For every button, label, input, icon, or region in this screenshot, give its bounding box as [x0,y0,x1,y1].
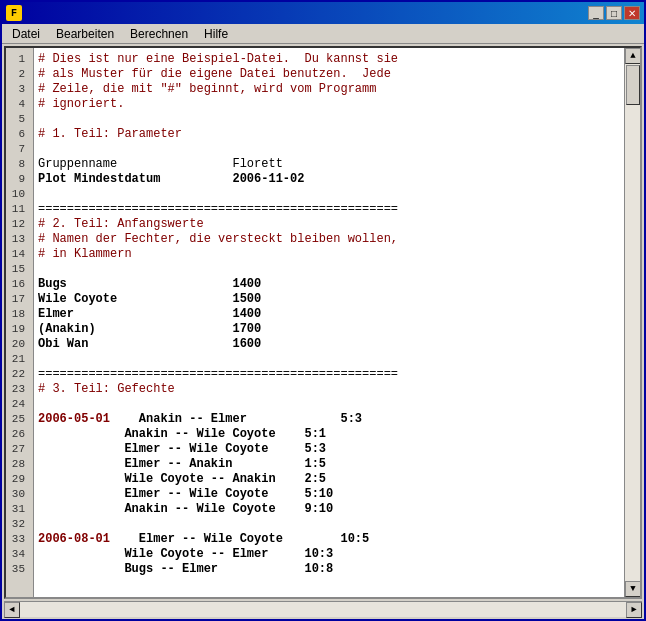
scroll-down-button[interactable]: ▼ [625,581,641,597]
line-number: 24 [10,397,29,412]
date-label: 2006-05-01 [38,412,110,426]
text-line: 2006-05-01 Anakin -- Elmer 5:3 [38,412,620,427]
match-text: Elmer -- Wile Coyote 10:5 [110,532,369,546]
line-number: 34 [10,547,29,562]
text-line: Wile Coyote 1500 [38,292,620,307]
text-line: # als Muster für die eigene Datei benutz… [38,67,620,82]
line-number: 12 [10,217,29,232]
line-number: 18 [10,307,29,322]
title-bar: F _ □ ✕ [2,2,644,24]
text-line: Anakin -- Wile Coyote 5:1 [38,427,620,442]
horizontal-scrollbar[interactable]: ◄ ► [4,601,642,617]
text-line: Anakin -- Wile Coyote 9:10 [38,502,620,517]
text-line: # Namen der Fechter, die versteckt bleib… [38,232,620,247]
text-line [38,517,620,532]
line-numbers: 1234567891011121314151617181920212223242… [6,48,34,597]
text-line: Bugs -- Elmer 10:8 [38,562,620,577]
text-line: Gruppenname Florett [38,157,620,172]
text-line: Elmer -- Wile Coyote 5:10 [38,487,620,502]
text-line: Elmer -- Anakin 1:5 [38,457,620,472]
text-line: # Dies ist nur eine Beispiel-Datei. Du k… [38,52,620,67]
line-number: 25 [10,412,29,427]
line-number: 5 [10,112,29,127]
text-line: ========================================… [38,202,620,217]
text-line: Wile Coyote -- Anakin 2:5 [38,472,620,487]
text-line: # Zeile, die mit "#" beginnt, wird vom P… [38,82,620,97]
line-number: 6 [10,127,29,142]
text-line: Wile Coyote -- Elmer 10:3 [38,547,620,562]
date-label: 2006-08-01 [38,532,110,546]
text-line: Bugs 1400 [38,277,620,292]
line-number: 26 [10,427,29,442]
text-line: Plot Mindestdatum 2006-11-02 [38,172,620,187]
line-number: 3 [10,82,29,97]
line-number: 27 [10,442,29,457]
line-number: 31 [10,502,29,517]
scroll-track[interactable] [625,64,640,581]
maximize-button[interactable]: □ [606,6,622,20]
minimize-button[interactable]: _ [588,6,604,20]
menu-berechnen[interactable]: Berechnen [122,25,196,43]
text-line: (Anakin) 1700 [38,322,620,337]
menu-bearbeiten[interactable]: Bearbeiten [48,25,122,43]
line-number: 35 [10,562,29,577]
line-number: 30 [10,487,29,502]
line-number: 4 [10,97,29,112]
menu-bar: Datei Bearbeiten Berechnen Hilfe [2,24,644,44]
line-number: 16 [10,277,29,292]
line-number: 14 [10,247,29,262]
line-number: 1 [10,52,29,67]
scroll-thumb[interactable] [626,65,640,105]
text-line [38,352,620,367]
text-line: ========================================… [38,367,620,382]
line-number: 10 [10,187,29,202]
text-line [38,142,620,157]
close-button[interactable]: ✕ [624,6,640,20]
line-number: 29 [10,472,29,487]
line-number: 15 [10,262,29,277]
text-line: # ignoriert. [38,97,620,112]
line-number: 13 [10,232,29,247]
text-line: # 2. Teil: Anfangswerte [38,217,620,232]
line-number: 22 [10,367,29,382]
line-number: 23 [10,382,29,397]
text-line [38,187,620,202]
line-number: 19 [10,322,29,337]
line-number: 7 [10,142,29,157]
scroll-right-button[interactable]: ► [626,602,642,618]
menu-datei[interactable]: Datei [4,25,48,43]
line-number: 20 [10,337,29,352]
match-text: Anakin -- Elmer 5:3 [110,412,362,426]
scroll-left-button[interactable]: ◄ [4,602,20,618]
line-number: 28 [10,457,29,472]
line-number: 32 [10,517,29,532]
scroll-track-h[interactable] [20,602,626,617]
menu-hilfe[interactable]: Hilfe [196,25,236,43]
line-number: 33 [10,532,29,547]
line-number: 21 [10,352,29,367]
text-line [38,397,620,412]
vertical-scrollbar[interactable]: ▲ ▼ [624,48,640,597]
line-number: 2 [10,67,29,82]
line-number: 17 [10,292,29,307]
text-line: Obi Wan 1600 [38,337,620,352]
scroll-up-button[interactable]: ▲ [625,48,641,64]
line-number: 9 [10,172,29,187]
main-window: F _ □ ✕ Datei Bearbeiten Berechnen Hilfe… [0,0,646,621]
app-icon: F [6,5,22,21]
window-controls: _ □ ✕ [588,6,640,20]
text-line: 2006-08-01 Elmer -- Wile Coyote 10:5 [38,532,620,547]
title-bar-left: F [6,5,26,21]
line-number: 11 [10,202,29,217]
text-line [38,262,620,277]
text-line: # in Klammern [38,247,620,262]
text-editor[interactable]: # Dies ist nur eine Beispiel-Datei. Du k… [34,48,624,597]
line-number: 8 [10,157,29,172]
text-line [38,112,620,127]
text-line: # 1. Teil: Parameter [38,127,620,142]
text-line: Elmer 1400 [38,307,620,322]
text-line: Elmer -- Wile Coyote 5:3 [38,442,620,457]
text-line: # 3. Teil: Gefechte [38,382,620,397]
content-area: 1234567891011121314151617181920212223242… [4,46,642,599]
